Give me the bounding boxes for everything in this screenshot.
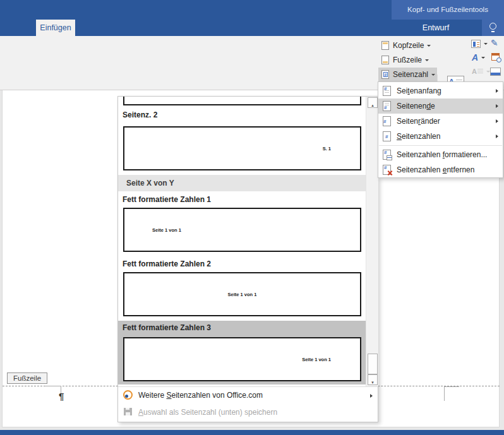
object-button[interactable] [490, 68, 501, 76]
dropdown-caret-icon [484, 43, 488, 45]
format-page-numbers-icon: # [383, 150, 391, 160]
dropdown-caret-icon [425, 59, 429, 61]
gallery-item-fett-3-selected[interactable]: Fett formatierte Zahlen 3 Seite 1 von 1 [118, 321, 366, 384]
menu-item-seitenende[interactable]: # Seitenende [378, 98, 503, 114]
seitenzahl-dropdown-menu: # Seitenanfang # Seitenende # Seitenränd… [378, 81, 503, 178]
status-bar [0, 430, 504, 435]
menu-item-label: Weitere Seitenzahlen von Office.com [138, 391, 263, 400]
menu-item-seitenzahlen[interactable]: # Seitenzahlen [378, 129, 503, 144]
object-icon [490, 68, 501, 76]
date-time-button[interactable] [491, 53, 500, 61]
scrollbar-thumb[interactable] [368, 354, 378, 374]
submenu-arrow-icon [496, 119, 498, 123]
contextual-tools-header: Kopf- und Fußzeilentools [392, 0, 504, 20]
menu-item-label: Seitenanfang [397, 86, 441, 95]
dropcap-icon: A [472, 68, 477, 75]
menu-item-label: Seitenende [397, 102, 435, 110]
gallery-preview-box[interactable]: Seite 1 von 1 [123, 208, 361, 252]
gallery-item-fett-2[interactable]: Fett formatierte Zahlen 2 Seite 1 von 1 [118, 258, 366, 317]
page-number-top-icon: # [383, 86, 391, 96]
gallery-item-partial[interactable] [123, 97, 361, 105]
submenu-arrow-icon [370, 394, 373, 398]
gallery-item-fett-1[interactable]: Fett formatierte Zahlen 1 Seite 1 von 1 [118, 193, 366, 253]
gallery-item-label: Fett formatierte Zahlen 2 [123, 259, 211, 268]
submenu-arrow-icon [496, 104, 498, 108]
gallery-item-label: Fett formatierte Zahlen 3 [123, 323, 211, 332]
lightbulb-icon [489, 23, 496, 30]
menu-item-label: Seitenzahlen formatieren... [397, 150, 487, 159]
menu-item-label: Seitenränder [397, 117, 440, 126]
pilcrow-mark: ¶ [59, 391, 64, 402]
quickparts-icon [471, 40, 481, 48]
page-number-center-icon: # [383, 131, 391, 141]
remove-page-numbers-icon: # [383, 165, 391, 175]
gallery-preview-text: S. 1 [323, 146, 331, 152]
signature-line-button[interactable]: ✎ [491, 38, 498, 48]
gallery-item-label: Seitenz. 2 [123, 110, 157, 119]
scroll-down-icon: ▼ [371, 381, 375, 384]
scroll-down-button[interactable]: ▼ [368, 374, 378, 385]
menu-item-seitenraender[interactable]: # Seitenränder [378, 114, 503, 129]
fusszeile-button[interactable]: Fußzeile [378, 53, 437, 67]
dropdown-caret-icon [427, 45, 431, 47]
page-number-bottom-icon: # [383, 101, 391, 111]
dropdown-caret-icon [431, 74, 435, 76]
scroll-up-button[interactable]: ▲ [368, 97, 378, 108]
right-margin-mark [444, 386, 459, 387]
menu-item-seitenzahlen-entfernen[interactable]: # Seitenzahlen entfernen [378, 162, 503, 177]
menu-separator [379, 145, 502, 146]
dropcap-button: A [472, 68, 490, 75]
tell-me-button[interactable] [482, 20, 504, 36]
quickparts-button[interactable] [471, 40, 488, 48]
page-number-icon: # [381, 70, 389, 79]
lightbulb-base-icon [491, 31, 495, 32]
gallery-scrollbar[interactable]: ▲ ▼ [366, 97, 378, 386]
menu-item-label: Auswahl als Seitenzahl (unten) speichern [138, 408, 277, 417]
menu-item-weitere-seitenzahlen[interactable]: Weitere Seitenzahlen von Office.com [118, 387, 378, 404]
gallery-preview-text: Seite 1 von 1 [228, 292, 257, 297]
menu-item-seitenzahlen-formatieren[interactable]: # Seitenzahlen formatieren... [378, 147, 503, 162]
submenu-arrow-icon [496, 134, 498, 138]
page-number-gallery: Seitenz. 2 S. 1 Seite X von Y Fett forma… [117, 96, 378, 422]
word-window: Einfügen Kopf- und Fußzeilentools Entwur… [0, 0, 504, 435]
tab-einfuegen[interactable]: Einfügen [36, 20, 75, 36]
ribbon-tab-bar: Einfügen Kopf- und Fußzeilentools Entwur… [0, 0, 504, 36]
menu-item-label: Seitenzahlen entfernen [397, 165, 474, 174]
wordart-icon: A [472, 53, 478, 62]
gallery-preview-box[interactable]: S. 1 [123, 126, 361, 170]
tab-entwurf[interactable]: Entwurf [407, 20, 464, 36]
left-margin-mark [45, 386, 61, 386]
dropcap-lines-icon [477, 69, 483, 74]
officecom-icon [123, 390, 133, 400]
dropdown-caret-icon [481, 57, 485, 59]
gallery-item-label: Fett formatierte Zahlen 1 [123, 195, 211, 204]
gallery-preview-text: Seite 1 von 1 [152, 227, 181, 233]
footer-tag: Fußzeile [7, 372, 47, 384]
menu-item-seitenanfang[interactable]: # Seitenanfang [378, 83, 503, 98]
right-margin-mark [444, 386, 445, 401]
signature-pen-icon: ✎ [491, 38, 498, 48]
wordart-button[interactable]: A [472, 53, 485, 62]
menu-item-label: Seitenzahlen [397, 132, 440, 141]
gallery-preview-box[interactable]: Seite 1 von 1 [123, 337, 361, 381]
footer-icon [381, 56, 389, 64]
menu-item-auswahl-speichern: Auswahl als Seitenzahl (unten) speichern [118, 404, 378, 421]
gallery-preview-box[interactable]: Seite 1 von 1 [123, 272, 361, 316]
gallery-section-header: Seite X von Y [118, 175, 366, 191]
submenu-arrow-icon [496, 89, 498, 93]
scroll-up-icon: ▲ [371, 104, 375, 107]
calendar-clock-icon [491, 53, 500, 61]
gallery-preview-text: Seite 1 von 1 [302, 357, 331, 362]
gallery-item-seitenz-2[interactable]: Seitenz. 2 S. 1 [118, 110, 366, 173]
header-icon [381, 41, 389, 50]
page-number-margin-icon: # [383, 116, 391, 126]
seitenzahl-button[interactable]: # Seitenzahl [378, 68, 437, 81]
kopfzeile-button[interactable]: Kopfzeile [378, 39, 437, 52]
save-selection-icon [124, 408, 132, 415]
